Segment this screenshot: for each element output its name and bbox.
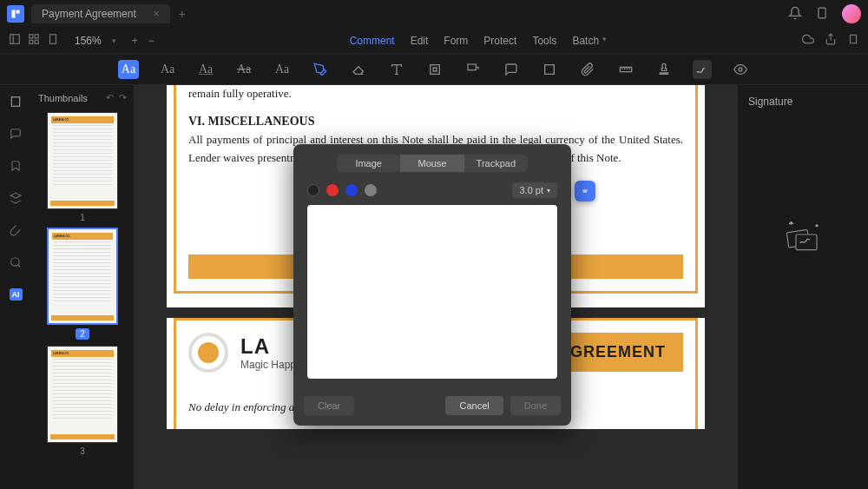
eye-tool[interactable]	[731, 60, 750, 79]
signature-modal: Image Mouse Trackpad 3.0 pt ▾ Clear Canc…	[293, 144, 571, 426]
thumb-number: 3	[47, 446, 118, 456]
highlight-tool[interactable]: Aa	[118, 60, 139, 79]
thumb-number: 1	[47, 213, 118, 222]
user-avatar[interactable]	[842, 4, 861, 23]
svg-marker-21	[10, 193, 21, 198]
svg-rect-26	[796, 235, 817, 250]
svg-rect-10	[851, 35, 857, 43]
signature-tool[interactable]	[693, 60, 712, 79]
tab-mouse[interactable]: Mouse	[400, 155, 464, 172]
menu-batch[interactable]: Batch	[572, 35, 599, 47]
clear-button[interactable]: Clear	[304, 396, 354, 415]
modal-tabs: Image Mouse Trackpad	[337, 155, 528, 172]
layers-icon[interactable]	[10, 192, 22, 207]
cloud-icon[interactable]	[802, 33, 814, 48]
svg-rect-14	[620, 67, 631, 71]
svg-rect-7	[30, 40, 33, 43]
page-icon[interactable]	[47, 33, 59, 48]
main-menu: Comment Edit Form Protect Tools Batch ▾	[350, 35, 607, 47]
text-tool[interactable]: Aa	[158, 60, 177, 79]
color-black[interactable]	[307, 184, 319, 196]
document-tab[interactable]: Payment Agreement ×	[31, 4, 170, 23]
svg-rect-3	[10, 35, 20, 44]
note-tool[interactable]	[502, 60, 521, 79]
area-tool[interactable]	[425, 60, 444, 79]
color-gray[interactable]	[365, 184, 377, 196]
done-button[interactable]: Done	[510, 396, 561, 415]
menu-protect[interactable]: Protect	[483, 35, 516, 47]
agreement-title: GREEMENT	[553, 333, 683, 372]
signature-illustration	[748, 221, 858, 255]
notification-icon[interactable]	[788, 6, 802, 23]
tab-image[interactable]: Image	[337, 155, 400, 172]
svg-rect-9	[50, 35, 56, 44]
doc-heading: VI. MISCELLANEOUS	[188, 112, 683, 131]
shape-tool[interactable]	[540, 60, 559, 79]
underline-tool[interactable]: Aa	[196, 60, 215, 79]
bookmarks-icon[interactable]	[10, 160, 22, 175]
zoom-dropdown-icon[interactable]: ▾	[112, 36, 116, 45]
company-logo	[188, 333, 228, 373]
rotate-left-icon[interactable]: ↶	[106, 92, 114, 103]
tab-trackpad[interactable]: Trackpad	[464, 155, 528, 172]
svg-rect-12	[468, 64, 476, 70]
svg-point-19	[739, 68, 742, 71]
eraser-tool[interactable]	[349, 60, 368, 79]
menu-comment[interactable]: Comment	[350, 35, 395, 47]
grid-icon[interactable]	[28, 33, 40, 48]
titlebar: Payment Agreement × +	[0, 0, 868, 28]
app-logo	[7, 5, 24, 23]
zoom-in-icon[interactable]: +	[132, 35, 138, 47]
left-rail: AI	[0, 85, 31, 489]
color-blue[interactable]	[345, 184, 358, 196]
pen-tool[interactable]	[311, 60, 330, 79]
chevron-down-icon: ▾	[547, 187, 550, 195]
menu-tools[interactable]: Tools	[532, 35, 556, 47]
svg-point-22	[11, 258, 19, 266]
panel-icon[interactable]	[9, 33, 21, 48]
device-icon[interactable]	[816, 6, 828, 23]
zoom-out-icon[interactable]: −	[148, 35, 155, 47]
cancel-button[interactable]: Cancel	[445, 396, 503, 415]
ai-badge[interactable]: AI	[10, 288, 23, 301]
add-tab-button[interactable]: +	[179, 7, 186, 21]
stamp-tool[interactable]	[654, 60, 674, 79]
share-icon[interactable]	[825, 33, 837, 48]
thumbnail-1[interactable]: LARANA CO. 1	[47, 112, 118, 222]
svg-text:W: W	[582, 188, 588, 194]
attachments-icon[interactable]	[10, 224, 22, 239]
svg-rect-0	[12, 10, 16, 18]
svg-rect-8	[35, 40, 38, 43]
thumbnails-icon[interactable]	[10, 96, 22, 110]
measure-tool[interactable]	[616, 60, 635, 79]
menu-edit[interactable]: Edit	[411, 35, 429, 47]
search-icon[interactable]	[10, 256, 22, 271]
signature-canvas[interactable]	[307, 205, 557, 379]
svg-rect-5	[30, 35, 33, 38]
thumbnails-panel: Thumbnails ↶ ↷ LARANA CO. 1 LARANA CO. 2…	[31, 85, 134, 489]
svg-rect-6	[35, 35, 38, 38]
thumbnail-2[interactable]: LARANA CO. 2	[47, 228, 118, 340]
word-badge[interactable]: W	[575, 181, 595, 202]
color-red[interactable]	[326, 184, 339, 196]
squiggle-tool[interactable]: Aa	[273, 60, 292, 79]
strikethrough-tool[interactable]: Aa	[234, 60, 253, 79]
annotation-toolbar: Aa Aa Aa Aa Aa	[0, 54, 868, 85]
close-tab-icon[interactable]: ×	[154, 8, 160, 20]
svg-rect-13	[545, 64, 555, 74]
thumbnails-title: Thumbnails	[38, 93, 88, 103]
rotate-right-icon[interactable]: ↷	[119, 92, 127, 103]
comments-icon[interactable]	[10, 128, 22, 142]
menu-form[interactable]: Form	[444, 35, 468, 47]
zoom-level[interactable]: 156%	[75, 35, 102, 47]
print-icon[interactable]	[847, 33, 859, 48]
thumbnail-3[interactable]: LARANA CO. 3	[47, 346, 118, 456]
stroke-width-select[interactable]: 3.0 pt ▾	[512, 182, 557, 198]
signature-panel: Signature	[738, 85, 868, 489]
svg-rect-20	[11, 97, 19, 107]
thumb-number: 2	[76, 328, 89, 340]
attach-tool[interactable]	[578, 60, 597, 79]
callout-tool[interactable]	[464, 60, 483, 79]
batch-dropdown-icon[interactable]: ▾	[602, 35, 607, 47]
textbox-tool[interactable]	[387, 60, 406, 79]
